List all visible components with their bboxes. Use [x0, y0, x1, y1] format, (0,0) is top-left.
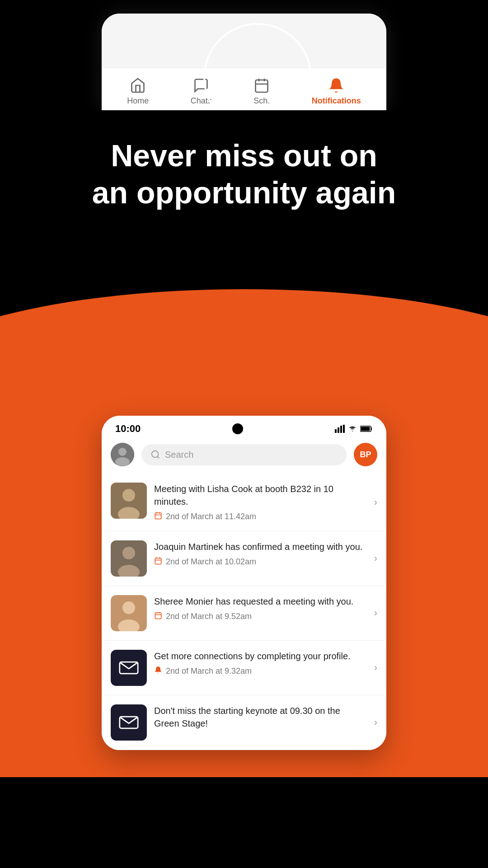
search-icon [150, 450, 160, 460]
notif-content-1: Meeting with Lisha Cook at booth B232 in… [154, 483, 367, 522]
headline-line2: an opportunity again [92, 175, 396, 210]
svg-rect-18 [155, 513, 161, 519]
notif-item-5[interactable]: Don't miss the starting keynote at 09.30… [102, 695, 386, 750]
notif-time-2: 2nd of March at 10.02am [154, 557, 367, 567]
svg-rect-25 [155, 558, 161, 564]
status-icons [335, 425, 373, 433]
notif-time-text-2: 2nd of March at 10.02am [166, 557, 256, 567]
svg-rect-4 [335, 429, 337, 433]
user-avatar[interactable] [111, 443, 134, 466]
curve-section [0, 325, 488, 380]
notif-item-2[interactable]: Joaquin Martinek has confirmed a meeting… [102, 531, 386, 586]
nav-item-notifications[interactable]: Notifications [312, 77, 361, 106]
orange-curve [0, 289, 488, 380]
notif-title-1: Meeting with Lisha Cook at booth B232 in… [154, 483, 367, 508]
status-time: 10:00 [115, 423, 141, 435]
chevron-right-3: › [374, 607, 377, 619]
nav-item-chats[interactable]: Chats [191, 77, 212, 106]
headline-section: Never miss out on an opportunity again [0, 110, 488, 211]
notif-title-3: Sheree Monier has requested a meeting wi… [154, 595, 367, 608]
notif-avatar-3 [111, 595, 147, 631]
notif-title-5: Don't miss the starting keynote at 09.30… [154, 704, 367, 730]
nav-label-notifications: Notifications [312, 96, 361, 106]
svg-point-8 [352, 431, 353, 432]
notif-title-2: Joaquin Martinek has confirmed a meeting… [154, 540, 367, 553]
search-bar: Search BP [102, 438, 386, 474]
svg-rect-38 [119, 713, 139, 732]
nav-label-schedule: Sch. [253, 96, 270, 106]
headline-text: Never miss out on an opportunity again [18, 137, 470, 211]
schedule-icon [253, 77, 270, 94]
notif-avatar-2 [111, 540, 147, 577]
notif-item-4[interactable]: Get more connections by completing your … [102, 641, 386, 695]
battery-icon [360, 425, 373, 432]
bell-icon-4 [154, 666, 162, 676]
notif-content-4: Get more connections by completing your … [154, 650, 367, 676]
nav-label-chats: Chats [191, 96, 212, 106]
wifi-icon [347, 425, 357, 433]
svg-rect-5 [338, 427, 339, 433]
svg-point-13 [115, 457, 130, 466]
search-placeholder: Search [165, 450, 193, 460]
svg-rect-0 [256, 80, 268, 92]
phone-top-inner [102, 14, 386, 68]
headline-line1: Never miss out on [111, 138, 377, 173]
calendar-icon-3 [154, 611, 162, 622]
top-section: Home Chats [0, 0, 488, 325]
svg-rect-7 [343, 425, 345, 433]
notif-time-4: 2nd of March at 9.32am [154, 666, 367, 676]
notif-avatar-5 [111, 704, 147, 741]
svg-rect-36 [119, 658, 139, 678]
envelope-icon-4 [119, 658, 139, 678]
nav-item-home[interactable]: Home [127, 77, 149, 106]
notif-time-text-1: 2nd of March at 11.42am [166, 512, 256, 521]
notif-item-1[interactable]: Meeting with Lisha Cook at booth B232 in… [102, 474, 386, 531]
notif-time-1: 2nd of March at 11.42am [154, 511, 367, 522]
calendar-icon-1 [154, 511, 162, 522]
bottom-nav-bar: Home Chats [102, 68, 386, 110]
notif-content-5: Don't miss the starting keynote at 09.30… [154, 704, 367, 733]
phone-mockup-bottom: 10:00 [102, 416, 386, 750]
envelope-icon-5 [119, 713, 139, 732]
svg-point-30 [122, 601, 135, 614]
search-input-wrap[interactable]: Search [141, 444, 347, 465]
svg-point-12 [118, 448, 127, 456]
svg-point-23 [122, 547, 135, 559]
svg-rect-6 [340, 426, 342, 433]
svg-point-16 [122, 489, 135, 502]
notif-time-3: 2nd of March at 9.52am [154, 611, 367, 622]
notif-avatar-1 [111, 483, 147, 519]
chevron-right-5: › [374, 717, 377, 728]
chevron-right-2: › [374, 553, 377, 564]
notif-content-2: Joaquin Martinek has confirmed a meeting… [154, 540, 367, 567]
notif-time-text-4: 2nd of March at 9.32am [166, 666, 252, 676]
notif-content-3: Sheree Monier has requested a meeting wi… [154, 595, 367, 622]
bp-avatar[interactable]: BP [354, 443, 377, 466]
nav-label-home: Home [127, 96, 149, 106]
calendar-icon-2 [154, 557, 162, 567]
chevron-right-4: › [374, 662, 377, 674]
home-icon [130, 77, 146, 94]
chat-icon [193, 77, 209, 94]
notification-list: Meeting with Lisha Cook at booth B232 in… [102, 474, 386, 750]
svg-point-14 [152, 451, 159, 458]
signal-icon [335, 425, 345, 433]
phone-mockup-top: Home Chats [102, 14, 386, 110]
svg-rect-32 [155, 613, 161, 619]
notif-time-text-3: 2nd of March at 9.52am [166, 612, 252, 621]
nav-item-schedule[interactable]: Sch. [253, 77, 270, 106]
chevron-right-1: › [374, 497, 377, 508]
status-bar: 10:00 [102, 416, 386, 438]
notif-avatar-4 [111, 650, 147, 686]
bottom-section: 10:00 [0, 380, 488, 777]
notif-item-3[interactable]: Sheree Monier has requested a meeting wi… [102, 586, 386, 641]
camera-dot [232, 423, 243, 434]
svg-rect-10 [361, 427, 370, 431]
notif-title-4: Get more connections by completing your … [154, 650, 367, 662]
bell-icon [328, 77, 344, 94]
bp-label: BP [360, 450, 371, 460]
